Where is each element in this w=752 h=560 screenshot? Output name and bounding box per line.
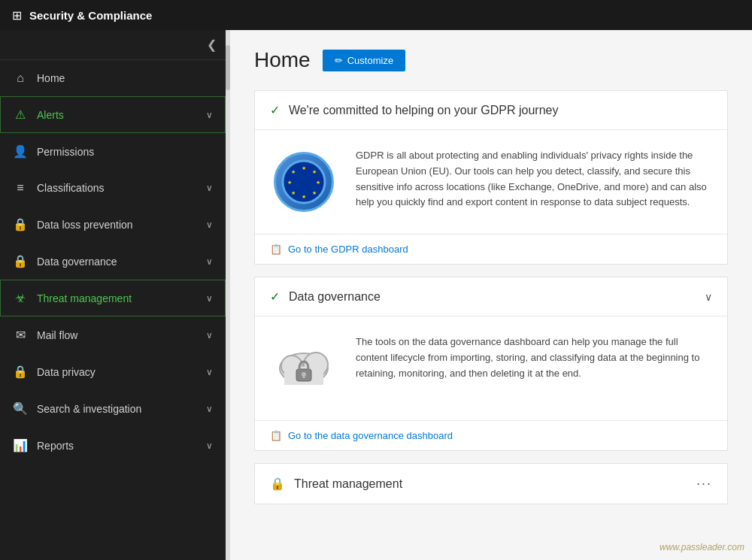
search-chevron: ∨ [206, 404, 213, 414]
sidebar-item-home-label: Home [37, 72, 65, 84]
sidebar-item-search-label: Search & investigation [37, 403, 141, 415]
more-options-icon[interactable]: ··· [696, 476, 712, 492]
data-governance-card-text: The tools on the data governance dashboa… [356, 334, 712, 381]
sidebar-item-home[interactable]: ⌂ Home [0, 60, 226, 96]
clipboard-icon: 📋 [270, 244, 282, 255]
data-governance-icon: 🔒 [13, 254, 28, 268]
gdpr-card-text: GDPR is all about protecting and enablin… [356, 148, 712, 210]
eu-flag-area: ★ ★ ★ ★ ★ ★ ★ ★ [270, 148, 338, 216]
threat-management-card: 🔒 Threat management ··· [254, 463, 728, 504]
data-governance-dashboard-link[interactable]: Go to the data governance dashboard [288, 430, 453, 441]
sidebar-item-data-privacy[interactable]: 🔒 Data privacy ∨ [0, 353, 226, 390]
sidebar-item-mail-flow[interactable]: ✉ Mail flow ∨ [0, 316, 226, 353]
cloud-lock-area [270, 334, 338, 402]
data-governance-body-text: The tools on the data governance dashboa… [356, 334, 712, 381]
svg-text:★: ★ [291, 169, 296, 174]
data-governance-card-header[interactable]: ✓ Data governance ∨ [255, 277, 727, 316]
svg-text:★: ★ [302, 194, 306, 199]
alerts-icon: ⚠ [13, 107, 28, 122]
threat-lock-icon: 🔒 [270, 477, 285, 491]
gdpr-card-link: 📋 Go to the GDPR dashboard [255, 234, 727, 264]
sidebar-item-data-governance-label: Data governance [37, 256, 117, 268]
app-title: Security & Compliance [29, 9, 152, 22]
grid-icon: ⊞ [12, 8, 22, 23]
cloud-lock-icon [274, 338, 334, 398]
pencil-icon: ✏ [335, 55, 343, 66]
sidebar-item-data-loss-prevention[interactable]: 🔒 Data loss prevention ∨ [0, 206, 226, 243]
classifications-icon: ≡ [13, 181, 28, 195]
svg-rect-15 [303, 374, 305, 378]
dlp-chevron: ∨ [206, 219, 213, 230]
sidebar-item-classifications-label: Classifications [37, 182, 104, 194]
data-governance-chevron-icon: ∨ [705, 291, 712, 303]
sidebar: ❮ ⌂ Home ⚠ Alerts ∨ 👤 Permissions [0, 30, 226, 560]
threat-management-card-header[interactable]: 🔒 Threat management ··· [255, 464, 727, 504]
dlp-icon: 🔒 [13, 217, 28, 232]
reports-chevron: ∨ [206, 440, 213, 451]
sidebar-item-threat-label: Threat management [37, 292, 132, 304]
sidebar-item-reports-label: Reports [37, 440, 74, 452]
sidebar-item-threat-management[interactable]: ☣ Threat management ∨ [0, 280, 226, 316]
alerts-chevron: ∨ [206, 110, 213, 120]
svg-text:★: ★ [302, 165, 306, 171]
gdpr-card-body: ★ ★ ★ ★ ★ ★ ★ ★ GDPR is all about protec… [255, 130, 727, 234]
sidebar-item-privacy-label: Data privacy [37, 366, 96, 378]
svg-text:★: ★ [291, 190, 296, 195]
sidebar-item-alerts[interactable]: ⚠ Alerts ∨ [0, 96, 226, 133]
sidebar-item-permissions-label: Permissions [37, 146, 94, 158]
home-icon: ⌂ [13, 71, 28, 85]
threat-icon: ☣ [13, 291, 28, 305]
privacy-icon: 🔒 [13, 365, 28, 379]
permissions-icon: 👤 [13, 144, 28, 159]
content-area: Home ✏ Customize ✓ We're committed to he… [230, 30, 752, 560]
sidebar-header: ❮ [0, 30, 226, 60]
classifications-chevron: ∨ [206, 183, 213, 193]
clipboard2-icon: 📋 [270, 430, 282, 441]
gdpr-check-icon: ✓ [270, 103, 280, 117]
svg-text:★: ★ [287, 180, 292, 185]
gdpr-card: ✓ We're committed to helping on your GDP… [254, 90, 728, 265]
sidebar-item-search-investigation[interactable]: 🔍 Search & investigation ∨ [0, 390, 226, 427]
data-governance-card: ✓ Data governance ∨ [254, 277, 728, 451]
gdpr-dashboard-link[interactable]: Go to the GDPR dashboard [288, 244, 408, 255]
gdpr-card-header: ✓ We're committed to helping on your GDP… [255, 91, 727, 130]
sidebar-item-reports[interactable]: 📊 Reports ∨ [0, 427, 226, 464]
sidebar-item-data-governance[interactable]: 🔒 Data governance ∨ [0, 243, 226, 280]
mail-chevron: ∨ [206, 330, 213, 341]
reports-icon: 📊 [13, 438, 28, 453]
sidebar-item-alerts-label: Alerts [37, 109, 64, 121]
collapse-button[interactable]: ❮ [207, 38, 217, 52]
gdpr-body-text: GDPR is all about protecting and enablin… [356, 148, 712, 210]
threat-management-card-title: Threat management [294, 477, 402, 491]
threat-chevron: ∨ [206, 293, 213, 304]
mail-icon: ✉ [13, 328, 28, 342]
svg-text:★: ★ [316, 180, 320, 185]
search-icon: 🔍 [13, 401, 28, 416]
gdpr-card-title: We're committed to helping on your GDPR … [289, 104, 558, 117]
sidebar-item-classifications[interactable]: ≡ Classifications ∨ [0, 170, 226, 206]
main-layout: ❮ ⌂ Home ⚠ Alerts ∨ 👤 Permissions [0, 30, 752, 560]
page-title: Home [254, 48, 311, 72]
privacy-chevron: ∨ [206, 367, 213, 377]
customize-button[interactable]: ✏ Customize [323, 50, 405, 71]
sidebar-item-mail-label: Mail flow [37, 329, 77, 341]
data-governance-card-body: The tools on the data governance dashboa… [255, 316, 727, 420]
top-bar: ⊞ Security & Compliance [0, 0, 752, 30]
sidebar-item-permissions[interactable]: 👤 Permissions [0, 133, 226, 170]
data-governance-check-icon: ✓ [270, 289, 280, 304]
eu-flag-icon: ★ ★ ★ ★ ★ ★ ★ ★ [274, 152, 334, 212]
data-governance-card-title: Data governance [289, 290, 381, 304]
sidebar-item-dlp-label: Data loss prevention [37, 219, 133, 231]
data-governance-card-link: 📋 Go to the data governance dashboard [255, 420, 727, 450]
svg-text:★: ★ [312, 169, 317, 174]
page-header: Home ✏ Customize [254, 48, 728, 72]
svg-text:★: ★ [312, 190, 317, 195]
data-governance-chevron: ∨ [206, 256, 213, 267]
watermark: www.passleader.com [660, 542, 744, 552]
